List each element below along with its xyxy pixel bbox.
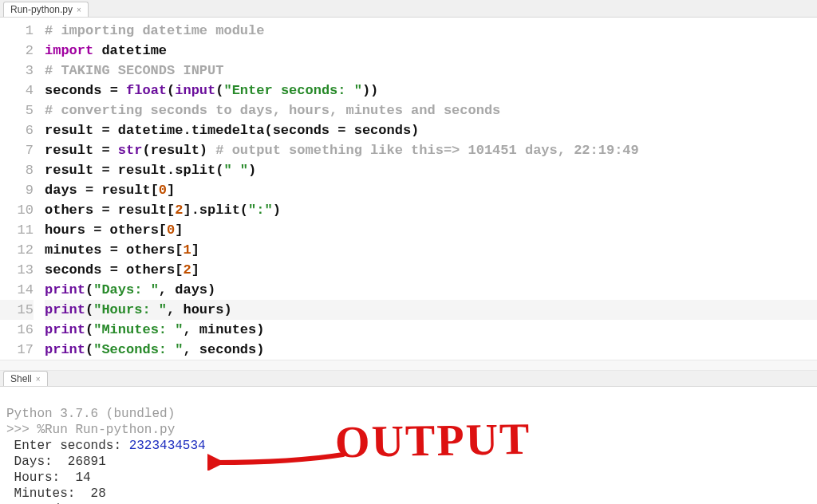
code-line[interactable]: print("Seconds: ", seconds) <box>45 340 817 360</box>
close-icon[interactable]: × <box>77 6 81 14</box>
line-gutter: 1234567891011121314151617 <box>0 21 45 360</box>
pane-separator[interactable] <box>0 360 817 371</box>
shell-tab-label: Shell <box>10 373 32 384</box>
shell-output: Days: 26891Hours: 14Minutes: 28Seconds: … <box>6 454 811 504</box>
editor-tab-bar: Run-python.py × <box>0 0 817 18</box>
code-line[interactable]: result = result.split(" ") <box>45 160 817 180</box>
code-line[interactable]: # TAKING SECONDS INPUT <box>45 61 817 81</box>
shell-tab[interactable]: Shell × <box>3 371 48 386</box>
code-line[interactable]: import datetime <box>45 41 817 61</box>
close-icon[interactable]: × <box>36 375 41 384</box>
code-line[interactable]: result = datetime.timedelta(seconds = se… <box>45 120 817 140</box>
editor-tab[interactable]: Run-python.py × <box>3 2 89 17</box>
shell-input-value: 2323434534 <box>129 439 206 453</box>
shell-output-line: Hours: 14 <box>6 470 811 486</box>
code-line[interactable]: print("Days: ", days) <box>45 280 817 300</box>
code-area[interactable]: # importing datetime moduleimport dateti… <box>45 21 817 360</box>
code-line[interactable]: result = str(result) # output something … <box>45 140 817 160</box>
code-line[interactable]: # converting seconds to days, hours, min… <box>45 100 817 120</box>
code-line[interactable]: print("Minutes: ", minutes) <box>45 320 817 340</box>
code-line[interactable]: seconds = others[2] <box>45 260 817 280</box>
shell-version: Python 3.7.6 (bundled) <box>6 407 175 421</box>
code-line[interactable]: minutes = others[1] <box>45 240 817 260</box>
code-line[interactable]: print("Hours: ", hours) <box>45 300 817 320</box>
code-line[interactable]: # importing datetime module <box>45 21 817 41</box>
code-line[interactable]: hours = others[0] <box>45 220 817 240</box>
shell-output-line: Days: 26891 <box>6 454 811 470</box>
code-line[interactable]: seconds = float(input("Enter seconds: ")… <box>45 81 817 100</box>
shell-output-line: Minutes: 28 <box>6 486 811 502</box>
shell-input-line: Enter seconds: 2323434534 <box>6 438 811 454</box>
code-line[interactable]: others = result[2].split(":") <box>45 200 817 220</box>
shell-run-cmd: %Run Run-python.py <box>37 423 175 437</box>
code-editor[interactable]: 1234567891011121314151617 # importing da… <box>0 18 817 360</box>
code-line[interactable]: days = result[0] <box>45 180 817 200</box>
shell-prompt: >>> <box>6 423 37 437</box>
shell-tab-bar: Shell × <box>0 371 817 387</box>
editor-tab-label: Run-python.py <box>10 4 73 15</box>
shell-pane[interactable]: Python 3.7.6 (bundled) >>> %Run Run-pyth… <box>0 387 817 504</box>
